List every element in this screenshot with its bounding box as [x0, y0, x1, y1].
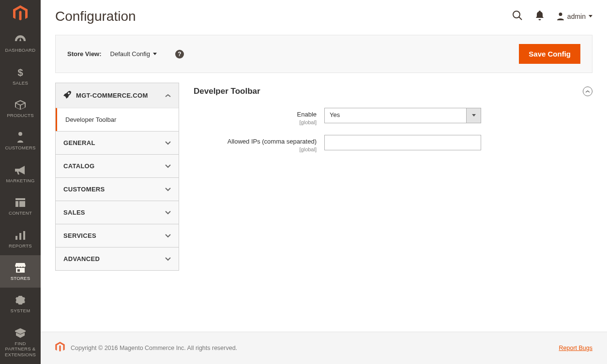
sidebar-item-label: PRODUCTS: [7, 113, 34, 118]
svg-line-2: [519, 17, 522, 20]
config-group-label: ADVANCED: [63, 255, 100, 262]
config-group-customers: CUSTOMERS: [55, 177, 179, 201]
sidebar-item-label: SALES: [13, 80, 28, 86]
report-bugs-link[interactable]: Report Bugs: [559, 345, 592, 351]
sidebar-item-label: CONTENT: [9, 210, 32, 216]
page-header: Configuration admin: [41, 0, 607, 30]
sidebar-item-customers[interactable]: CUSTOMERS: [0, 125, 41, 157]
store-view-toolbar: Store View: Default Config ? Save Config: [55, 35, 592, 73]
sidebar-item-label: SYSTEM: [11, 308, 30, 313]
chevron-down-icon: [165, 234, 171, 238]
search-icon[interactable]: [512, 10, 523, 23]
sidebar-item-label: STORES: [11, 276, 30, 281]
config-group-header[interactable]: SERVICES: [56, 224, 179, 247]
sidebar-item-label: MARKETING: [6, 178, 34, 183]
select-value: Yes: [325, 108, 466, 123]
dashboard-icon: [15, 34, 26, 45]
field-enable: Enable [global] Yes: [194, 108, 592, 125]
sidebar-item-stores[interactable]: STORES: [0, 255, 41, 288]
chevron-down-icon: [165, 188, 171, 191]
config-group-general: GENERAL: [55, 131, 179, 154]
field-label: Enable: [297, 111, 317, 118]
sidebar-item-partners[interactable]: FIND PARTNERS & EXTENSIONS: [0, 320, 41, 364]
field-scope: [global]: [194, 119, 317, 125]
config-group-label: MGT-COMMERCE.COM: [76, 92, 148, 99]
panel-title: Develper Toolbar: [194, 87, 260, 96]
store-view-value: Default Config: [110, 50, 150, 58]
svg-point-1: [513, 11, 520, 18]
store-view-label: Store View:: [67, 50, 102, 58]
dollar-icon: $: [17, 67, 24, 78]
config-group-header[interactable]: CUSTOMERS: [56, 178, 179, 201]
admin-sidebar: DASHBOARD $ SALES PRODUCTS CUSTOMERS MAR…: [0, 0, 41, 364]
chevron-up-icon: [165, 94, 171, 98]
config-group-header[interactable]: MGT-COMMERCE.COM: [56, 83, 179, 108]
config-group-advanced: ADVANCED: [55, 247, 179, 271]
sidebar-item-products[interactable]: PRODUCTS: [0, 92, 41, 125]
megaphone-icon: [15, 164, 26, 176]
box-icon: [15, 99, 26, 111]
header-actions: admin: [512, 10, 592, 23]
sidebar-item-system[interactable]: SYSTEM: [0, 288, 41, 320]
config-group-label: CUSTOMERS: [63, 186, 105, 193]
sidebar-item-marketing[interactable]: MARKETING: [0, 158, 41, 190]
main-content: Configuration admin Store View: Default …: [41, 0, 607, 364]
gear-icon: [15, 294, 25, 306]
help-icon[interactable]: ?: [175, 50, 184, 58]
config-group-sales: SALES: [55, 201, 179, 224]
admin-account-menu[interactable]: admin: [557, 13, 592, 20]
sidebar-item-dashboard[interactable]: DASHBOARD: [0, 27, 41, 59]
config-subitem-developer-toolbar[interactable]: Developer Toolbar: [56, 108, 179, 131]
bars-icon: [15, 230, 25, 241]
sidebar-item-label: CUSTOMERS: [5, 145, 35, 150]
chevron-down-icon: [165, 257, 171, 261]
select-arrow-icon: [466, 108, 481, 123]
admin-username: admin: [567, 13, 586, 20]
sidebar-item-reports[interactable]: REPORTS: [0, 223, 41, 255]
enable-select[interactable]: Yes: [324, 108, 481, 123]
config-group-services: SERVICES: [55, 224, 179, 247]
sidebar-item-label: REPORTS: [9, 243, 32, 248]
config-group-label: CATALOG: [63, 162, 94, 170]
rocket-icon: [63, 91, 71, 100]
config-group-header[interactable]: SALES: [56, 201, 179, 224]
caret-down-icon: [153, 53, 157, 56]
sidebar-item-content[interactable]: CONTENT: [0, 190, 41, 222]
magento-logo[interactable]: [0, 0, 41, 27]
config-group-header[interactable]: ADVANCED: [56, 248, 179, 270]
field-scope: [global]: [194, 146, 317, 152]
chevron-down-icon: [165, 211, 171, 215]
save-config-button[interactable]: Save Config: [519, 44, 580, 64]
sidebar-item-label: FIND PARTNERS & EXTENSIONS: [2, 341, 39, 357]
chevron-down-icon: [165, 164, 171, 168]
config-group-header[interactable]: CATALOG: [56, 155, 179, 177]
notifications-icon[interactable]: [535, 11, 544, 22]
store-icon: [15, 262, 26, 274]
config-group-catalog: CATALOG: [55, 154, 179, 177]
config-group-label: GENERAL: [63, 139, 95, 146]
layout-icon: [15, 197, 25, 208]
magento-logo-small: [55, 342, 65, 354]
collapse-icon[interactable]: [583, 87, 592, 96]
config-group-header[interactable]: GENERAL: [56, 131, 179, 154]
page-footer: Copyright © 2016 Magento Commerce Inc. A…: [41, 332, 607, 364]
partners-icon: [15, 327, 26, 339]
person-icon: [16, 131, 24, 143]
field-allowed-ips: Allowed IPs (comma separated) [global]: [194, 135, 592, 152]
config-group-label: SERVICES: [63, 232, 96, 239]
page-title: Configuration: [55, 9, 512, 24]
sidebar-item-sales[interactable]: $ SALES: [0, 60, 41, 92]
chevron-down-icon: [165, 141, 171, 145]
caret-down-icon: [589, 15, 592, 18]
config-nav: MGT-COMMERCE.COM Developer Toolbar GENER…: [55, 83, 179, 317]
store-view-selector[interactable]: Default Config: [110, 50, 157, 58]
sidebar-item-label: DASHBOARD: [5, 47, 36, 53]
allowed-ips-input[interactable]: [324, 135, 481, 150]
config-group-label: SALES: [63, 209, 85, 216]
user-icon: [557, 13, 564, 20]
config-body: MGT-COMMERCE.COM Developer Toolbar GENER…: [41, 78, 607, 332]
copyright-text: Copyright © 2016 Magento Commerce Inc. A…: [71, 345, 237, 351]
settings-panel: Develper Toolbar Enable [global] Yes: [194, 83, 592, 317]
svg-text:$: $: [17, 67, 23, 78]
panel-header[interactable]: Develper Toolbar: [194, 83, 592, 108]
